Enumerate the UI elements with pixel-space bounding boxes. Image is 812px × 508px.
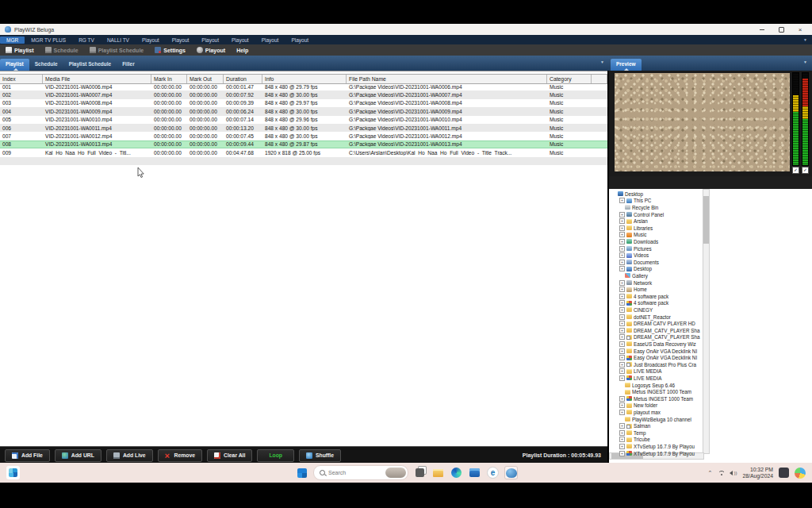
audio-left-checkbox[interactable]: ✓ — [792, 167, 799, 174]
tree-item-new-folder-31[interactable]: +New folder — [619, 402, 657, 410]
menu-item-playout-6[interactable]: Playout — [195, 37, 225, 44]
tree-item-4-software-pack-16[interactable]: +4 software pack — [619, 300, 668, 307]
tree-item-home-14[interactable]: +Home — [619, 286, 647, 293]
tree-item-live-media-27[interactable]: +LIVE MEDIA — [619, 375, 661, 382]
table-row[interactable]: 006VID-20231001-WA0011.mp400:00:00.0000:… — [0, 124, 607, 132]
add-live-button[interactable]: Add Live — [106, 449, 153, 462]
expander-icon[interactable]: + — [619, 266, 625, 271]
tree-item-libraries-5[interactable]: +Libraries — [619, 225, 653, 232]
expander-icon[interactable]: + — [619, 252, 625, 258]
tree-item-metus-ingest-1000-team-30[interactable]: +Metus INGEST 1000 Team — [619, 395, 693, 402]
tab-playlist[interactable]: Playlist — [0, 59, 29, 71]
tree-item-4-software-pack-15[interactable]: +4 software pack — [619, 293, 668, 300]
tree-vertical-scrollbar[interactable] — [703, 189, 710, 454]
tree-item-just-broadcast-pro-plus-cra-25[interactable]: +Just Broadcast Pro Plus Cra — [619, 361, 696, 368]
expander-icon[interactable]: + — [619, 423, 625, 429]
volume-icon[interactable]: )) — [730, 471, 737, 475]
clear-all-button[interactable]: Clear All — [207, 449, 252, 462]
file-explorer-button[interactable] — [431, 466, 445, 479]
tree-item-logosys-seup-6-46-28[interactable]: Logosys Seup 6.46 — [619, 382, 675, 389]
expander-icon[interactable]: + — [619, 451, 625, 456]
e-app-button[interactable]: e — [486, 466, 500, 479]
expander-icon[interactable]: + — [619, 280, 625, 286]
tree-item-documents-10[interactable]: +Documents — [619, 259, 659, 266]
expander-icon[interactable]: + — [619, 232, 625, 237]
close-button[interactable]: × — [796, 25, 804, 33]
expander-icon[interactable]: + — [619, 402, 625, 408]
toolbar-item-schedule[interactable]: Schedule — [40, 47, 84, 53]
tree-item-this-pc-1[interactable]: +This PC — [619, 198, 651, 205]
tree-item-xtvsetup-16-7-9-by-playou-37[interactable]: +XTvSetup 16.7.9 By Playou — [619, 443, 695, 450]
shuffle-button[interactable]: Shuffle — [299, 449, 341, 462]
table-row[interactable]: 003VID-20231001-WA0008.mp400:00:00.0000:… — [0, 99, 607, 107]
tree-item-arslan-4[interactable]: +Arslan — [619, 217, 648, 225]
table-row[interactable]: 004VID-20231001-WA0009.mp400:00:00.0000:… — [0, 107, 607, 115]
tree-item-pictures-8[interactable]: +Pictures — [619, 245, 652, 252]
tree-item-recycle-bin-2[interactable]: Recycle Bin — [619, 204, 658, 211]
start-button[interactable] — [295, 466, 308, 479]
tray-chevron-up-icon[interactable]: ⌃ — [708, 470, 713, 476]
tab-playlist-schedule[interactable]: Playlist Schedule — [63, 59, 117, 71]
tree-item-dream-catv-player-hd-19[interactable]: +DREAM CATV PLAYER HD — [619, 320, 695, 327]
tree-item-metus-ingest-1000-team-29[interactable]: Metus INGEST 1000 Team — [619, 388, 691, 395]
menu-item-nalli-tv-3[interactable]: NALLI TV — [101, 37, 136, 44]
briefcase-app-button[interactable] — [468, 466, 481, 479]
search-box[interactable]: Search — [313, 465, 408, 480]
menu-bar-dropdown-icon[interactable]: ▼ — [803, 37, 812, 42]
tree-item-desktop-0[interactable]: Desktop — [612, 190, 643, 198]
expander-icon[interactable]: + — [619, 444, 625, 449]
menu-item-playout-7[interactable]: Playout — [225, 37, 255, 44]
maximize-button[interactable] — [777, 25, 785, 33]
expander-icon[interactable]: + — [619, 396, 625, 402]
expander-icon[interactable]: + — [619, 239, 625, 244]
toolbar-item-help[interactable]: Help — [231, 48, 254, 53]
tree-item-easy-onair-vga-decklink-ni-24[interactable]: +Easy OnAir VGA Decklink NI — [619, 354, 697, 361]
tab-preview[interactable]: Preview — [611, 59, 642, 71]
tree-item-music-6[interactable]: +Music — [619, 232, 646, 239]
weather-tray-icon[interactable] — [795, 468, 806, 479]
tree-item-gallery-12[interactable]: Gallery — [619, 272, 648, 279]
menu-item-playout-9[interactable]: Playout — [285, 37, 315, 44]
toolbar-item-playlist[interactable]: Playlist — [0, 47, 40, 53]
tree-item-network-13[interactable]: +Network — [619, 279, 652, 287]
expander-icon[interactable]: + — [619, 307, 625, 313]
expander-icon[interactable]: + — [619, 437, 625, 442]
expander-icon[interactable]: + — [619, 198, 625, 203]
task-view-button[interactable] — [413, 466, 427, 479]
expander-icon[interactable]: + — [619, 287, 625, 292]
playwiz-taskbar-button[interactable] — [504, 466, 518, 479]
tree-item-xtvsetup-16-7-9-by-playou-38[interactable]: +XTvSetup 16.7.9 By Playou — [619, 450, 695, 457]
table-row[interactable]: 009Kal_Ho_Naa_Ho_Full_Video_-_Titl...00:… — [0, 148, 607, 156]
tree-item-dotnet-reactor-18[interactable]: +dotNET_Reactor — [619, 314, 671, 321]
notifications-icon[interactable] — [779, 468, 789, 478]
expander-icon[interactable]: + — [619, 355, 625, 360]
widgets-button[interactable] — [6, 466, 20, 479]
table-row[interactable]: 007VID-20231001-WA0012.mp400:00:00.0000:… — [0, 132, 607, 140]
tree-item-tricube-36[interactable]: +Tricube — [619, 437, 650, 444]
add-file-button[interactable]: Add File — [5, 449, 50, 462]
menu-item-mgr-0[interactable]: MGR — [0, 37, 25, 44]
menu-item-playout-8[interactable]: Playout — [255, 37, 285, 44]
expander-icon[interactable]: + — [619, 300, 625, 306]
expander-icon[interactable]: + — [619, 362, 625, 368]
preview-strip-dropdown-icon[interactable]: ▼ — [803, 60, 807, 64]
expander-icon[interactable]: + — [619, 334, 625, 340]
tray-clock[interactable]: 10:32 PM 28/Aug/2024 — [742, 467, 773, 479]
tree-item-easeus-data-recovery-wiz-22[interactable]: +EaseUS Data Recovery Wiz — [619, 341, 696, 348]
expander-icon[interactable]: + — [619, 328, 625, 333]
expander-icon[interactable]: + — [619, 348, 625, 354]
remove-button[interactable]: Remove — [158, 449, 202, 462]
toolbar-item-playlist-schedule[interactable]: Playlist Schedule — [84, 47, 150, 53]
tree-item-playout-max-32[interactable]: +playout max — [619, 409, 661, 416]
edge-button[interactable] — [450, 466, 463, 479]
tree-item-desktop-11[interactable]: +Desktop — [619, 266, 652, 273]
expander-icon[interactable]: + — [619, 368, 625, 374]
expander-icon[interactable]: + — [619, 410, 625, 415]
menu-item-playout-5[interactable]: Playout — [166, 37, 196, 44]
expander-icon[interactable]: + — [619, 375, 625, 381]
menu-item-mgr-tv-plus-1[interactable]: MGR TV PLUS — [25, 37, 72, 44]
expander-icon[interactable]: + — [619, 246, 625, 252]
tree-item-easy-onair-vga-decklink-ni-23[interactable]: +Easy OnAir VGA Decklink NI — [619, 348, 697, 355]
tab-schedule[interactable]: Schedule — [29, 59, 63, 71]
expander-icon[interactable]: + — [619, 430, 625, 436]
